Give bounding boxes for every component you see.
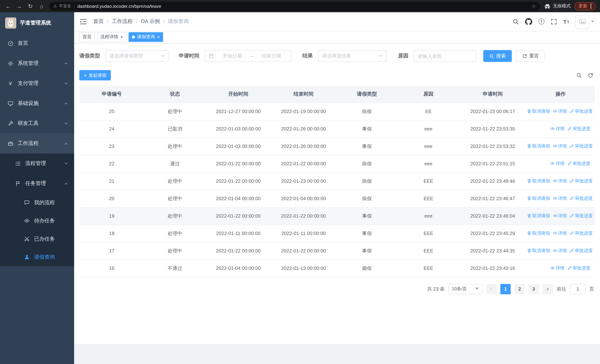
result-select[interactable]: 请选择流结果 [318, 50, 387, 62]
detail-link[interactable]: 详情 [551, 265, 565, 271]
reason-input[interactable] [414, 50, 476, 62]
approval-progress-link[interactable]: 审批进度 [570, 230, 593, 236]
close-icon[interactable]: × [157, 35, 160, 39]
detail-link[interactable]: 详情 [553, 143, 567, 149]
hide-search-icon[interactable] [576, 73, 582, 78]
detail-link[interactable]: 详情 [553, 230, 567, 236]
page-size-select[interactable]: 10条/页 [449, 284, 483, 294]
breadcrumb-item[interactable]: OA 示例 [141, 18, 160, 25]
breadcrumb-item[interactable]: 首页 [94, 18, 104, 25]
browser-home-button[interactable]: ⌂ [38, 3, 45, 9]
next-page-button[interactable]: › [543, 284, 553, 294]
prev-page-button[interactable]: ‹ [486, 284, 497, 294]
cancel-leave-link[interactable]: 取消请假 [527, 143, 550, 149]
sidebar-item-home[interactable]: 首页 [0, 33, 74, 53]
cancel-leave-link[interactable]: 取消请假 [527, 230, 550, 236]
cell-start-time: 2022-01-22 00:00:00 [206, 207, 271, 225]
table-row: 23 处理中 2022-01-03 00:00:00 2022-01-26 00… [79, 138, 595, 155]
approval-progress-link[interactable]: 审批进度 [570, 108, 593, 114]
leave-type-label: 请假类型 [79, 53, 100, 59]
approval-progress-link[interactable]: 审批进度 [570, 213, 593, 219]
approval-progress-link[interactable]: 审批进度 [570, 248, 593, 254]
approval-progress-link[interactable]: 审批进度 [570, 143, 593, 149]
font-size-icon[interactable]: T T [563, 19, 569, 24]
apply-time-range-picker[interactable]: 开始日期 - 结束日期 [205, 50, 291, 62]
main-area: 首页 / 工作流程 / OA 示例 / 请假查询 ? T T [74, 12, 600, 364]
reset-button[interactable]: 重置 [516, 50, 545, 62]
breadcrumb-item[interactable]: 工作流程 [112, 18, 133, 25]
close-icon[interactable]: × [121, 35, 123, 39]
sidebar-item-payment-management[interactable]: ¥ 支付管理 [0, 73, 74, 93]
breadcrumb-separator: / [163, 19, 165, 24]
approval-progress-link[interactable]: 审批进度 [570, 178, 593, 184]
detail-link[interactable]: 详情 [553, 248, 567, 254]
approval-progress-link[interactable]: 审批进度 [570, 195, 593, 202]
sidebar-fold-icon[interactable] [80, 19, 87, 24]
help-icon[interactable]: ? [538, 19, 544, 24]
page-button-2[interactable]: 2 [514, 284, 525, 294]
search-button[interactable]: 搜索 [483, 50, 512, 62]
github-icon[interactable] [525, 18, 532, 25]
browser-back-button[interactable]: ← [4, 3, 12, 9]
detail-link[interactable]: 详情 [553, 195, 567, 202]
page-button-1[interactable]: 1 [500, 284, 511, 294]
detail-link[interactable]: 详情 [551, 126, 565, 132]
sidebar-item-completed-tasks[interactable]: 已办任务 [0, 230, 74, 248]
cancel-leave-link[interactable]: 取消请假 [527, 213, 550, 219]
date-range-separator: - [251, 53, 253, 59]
sidebar-item-system-management[interactable]: 系统管理 [0, 53, 74, 73]
goto-page-input[interactable] [570, 284, 586, 294]
tab-process-detail[interactable]: 流程详情 × [97, 32, 126, 42]
detail-link[interactable]: 详情 [553, 213, 567, 219]
tab-home[interactable]: 首页 [79, 32, 95, 42]
detail-link[interactable]: 详情 [551, 160, 565, 167]
approval-progress-link[interactable]: 审批进度 [567, 265, 590, 271]
avatar-image-placeholder [576, 15, 589, 28]
address-bar[interactable]: ⚠ 不安全 dashboard.yudao.iocoder.cn/bpm/oa/… [49, 2, 540, 10]
sidebar-item-dev-tools[interactable]: 研发工具 [0, 113, 74, 133]
cancel-leave-link[interactable]: 取消请假 [527, 108, 550, 114]
user-avatar[interactable] [576, 15, 594, 28]
sidebar-item-process-management[interactable]: 流程管理 [0, 153, 74, 173]
cell-apply-id: 19 [79, 207, 144, 225]
cancel-leave-link[interactable]: 取消请假 [527, 248, 550, 254]
detail-link[interactable]: 详情 [553, 178, 567, 184]
bookmark-star-icon[interactable]: ☆ [532, 3, 536, 9]
approval-progress-link[interactable]: 审批进度 [567, 126, 590, 132]
browser-menu-icon[interactable] [590, 4, 591, 9]
cell-operations: 取消请假 详情 审批进度 [526, 242, 595, 260]
fullscreen-icon[interactable] [551, 18, 557, 25]
sidebar-item-leave-query[interactable]: 请假查询 [0, 248, 74, 266]
sidebar-item-my-processes[interactable]: 我的流程 [0, 194, 74, 212]
sidebar-item-pending-tasks[interactable]: 待办任务 [0, 212, 74, 230]
browser-forward-button[interactable]: → [16, 3, 23, 9]
warning-icon: ⚠ [53, 4, 57, 9]
app-frame: 芋道管理系统 首页 系统管理 ¥ 支付管理 基础设施 [0, 12, 600, 364]
cell-apply-id: 17 [79, 242, 144, 260]
cell-leave-type: 事假 [336, 225, 398, 242]
create-leave-button[interactable]: + 发起请假 [79, 70, 111, 80]
cancel-leave-link[interactable]: 取消请假 [527, 195, 550, 202]
security-warning[interactable]: ⚠ 不安全 [53, 3, 71, 9]
tab-leave-query[interactable]: 请假查询 × [129, 32, 163, 42]
sidebar-item-infrastructure[interactable]: 基础设施 [0, 93, 74, 113]
page-button-3[interactable]: 3 [528, 284, 539, 294]
cancel-leave-link[interactable]: 取消请假 [527, 178, 550, 184]
cell-operations: 取消请假 详情 审批进度 [526, 207, 595, 225]
sidebar-item-workflow[interactable]: 工作流程 [0, 133, 74, 153]
browser-reload-button[interactable]: ↻ [27, 3, 34, 9]
approval-progress-link[interactable]: 审批进度 [567, 160, 590, 167]
detail-link[interactable]: 详情 [553, 108, 567, 114]
cell-reason: eee [398, 155, 459, 172]
app-logo[interactable]: 芋道管理系统 [0, 12, 74, 33]
navbar-actions: ? T T [512, 15, 594, 28]
cell-apply-id: 18 [79, 225, 144, 242]
update-label: 更新 [579, 3, 587, 9]
sidebar-item-task-management[interactable]: 任务管理 [0, 173, 74, 194]
browser-toolbar: ← → ↻ ⌂ ⚠ 不安全 dashboard.yudao.iocoder.cn… [0, 0, 600, 12]
reason-label: 原因 [398, 53, 408, 59]
search-icon[interactable] [512, 18, 519, 25]
leave-type-select[interactable]: 请选择请假类型 [105, 50, 169, 62]
refresh-table-icon[interactable] [588, 73, 593, 78]
browser-update-button[interactable]: 更新 [574, 2, 596, 10]
